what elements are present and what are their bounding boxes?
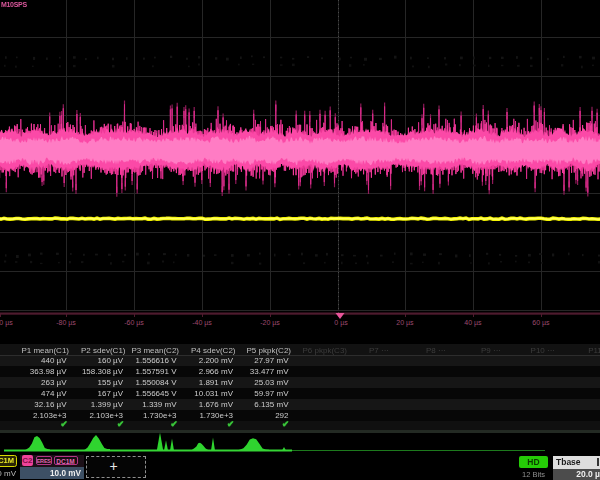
svg-text:-80 µs: -80 µs <box>56 319 76 327</box>
svg-text:-60 µs: -60 µs <box>124 319 144 327</box>
svg-text:-100 µs: -100 µs <box>0 319 13 327</box>
svg-text:-40 µs: -40 µs <box>192 319 212 327</box>
svg-text:20 µs: 20 µs <box>396 319 414 327</box>
svg-text:-20 µs: -20 µs <box>260 319 280 327</box>
svg-text:0 µs: 0 µs <box>334 319 348 327</box>
svg-text:40 µs: 40 µs <box>464 319 482 327</box>
svg-text:60 µs: 60 µs <box>532 319 550 327</box>
